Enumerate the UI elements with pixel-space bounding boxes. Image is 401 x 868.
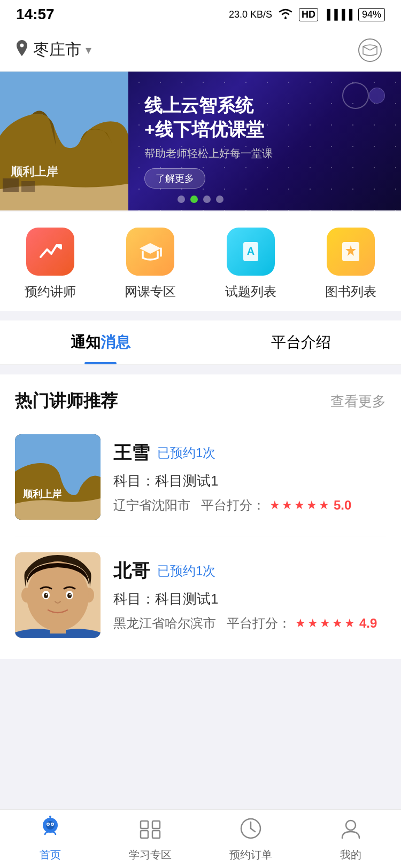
see-more-button[interactable]: 查看更多 — [330, 392, 386, 411]
svg-point-32 — [51, 824, 53, 825]
banner-right: 线上云智系统 +线下培优课堂 帮助老师轻松上好每一堂课 了解更多 — [128, 72, 401, 210]
stars-1: ★ ★ ★ ★ ★ — [269, 498, 329, 512]
section-header: 热门讲师推荐 查看更多 — [0, 374, 401, 418]
online-courses-icon — [126, 228, 174, 276]
top-nav: 枣庄市 ▾ — [0, 29, 401, 72]
message-button[interactable] — [354, 34, 386, 66]
svg-text:A: A — [247, 245, 255, 257]
svg-rect-38 — [152, 831, 160, 838]
dot-2[interactable] — [190, 196, 198, 203]
svg-text:顺利上岸: 顺利上岸 — [22, 489, 61, 499]
svg-line-41 — [251, 828, 255, 832]
menu-item-book-lecturer[interactable]: 预约讲师 — [0, 228, 101, 300]
nav-appointments[interactable]: 预约订单 — [200, 816, 301, 862]
clock-icon — [238, 816, 264, 844]
book-lecturer-icon — [26, 228, 74, 276]
booking-count-2: 已预约1次 — [157, 562, 215, 580]
menu-item-book-list[interactable]: 图书列表 — [301, 228, 402, 300]
dot-3[interactable] — [203, 196, 211, 203]
teacher-location-2: 黑龙江省哈尔滨市 — [113, 615, 216, 632]
menu-item-online-courses[interactable]: 网课专区 — [101, 228, 201, 300]
banner-cta[interactable]: 了解更多 — [144, 168, 205, 189]
banner-subtitle: 帮助老师轻松上好每一堂课 — [144, 146, 273, 161]
svg-text:顺利上岸: 顺利上岸 — [10, 165, 58, 178]
teacher-info-1: 王雪 已预约1次 科目：科目测试1 辽宁省沈阳市 平台打分： ★ ★ ★ ★ — [113, 441, 386, 514]
nav-profile-label: 我的 — [340, 848, 361, 862]
nav-appointments-label: 预约订单 — [229, 848, 272, 862]
book-list-label: 图书列表 — [325, 283, 376, 300]
teacher-subject-2: 科目：科目测试1 — [113, 590, 386, 608]
svg-point-21 — [44, 593, 48, 598]
signal-icon: ▐▐▐▐ — [323, 9, 353, 20]
svg-rect-6 — [21, 181, 35, 192]
status-time: 14:57 — [16, 6, 55, 23]
svg-rect-26 — [36, 634, 79, 638]
dot-1[interactable] — [178, 196, 185, 203]
teacher-location-1: 辽宁省沈阳市 — [113, 497, 190, 514]
svg-rect-35 — [141, 821, 148, 828]
svg-point-42 — [346, 820, 356, 830]
online-courses-label: 网课专区 — [125, 283, 176, 300]
bottom-nav: 首页 学习专区 预约订单 — [0, 809, 401, 868]
tab-platform[interactable]: 平台介绍 — [200, 320, 401, 364]
nav-home[interactable]: 首页 — [0, 816, 101, 862]
home-icon — [37, 816, 63, 844]
booking-count-1: 已预约1次 — [157, 444, 215, 462]
teacher-info-2: 北哥 已预约1次 科目：科目测试1 黑龙江省哈尔滨市 平台打分： ★ ★ ★ ★ — [113, 559, 386, 632]
teacher-card-2[interactable]: 北哥 已预约1次 科目：科目测试1 黑龙江省哈尔滨市 平台打分： ★ ★ ★ ★ — [15, 536, 386, 659]
stars-2: ★ ★ ★ ★ ★ — [295, 616, 355, 630]
book-list-icon — [327, 228, 375, 276]
teacher-subject-1: 科目：科目测试1 — [113, 472, 386, 490]
svg-rect-37 — [141, 831, 148, 838]
nav-learning[interactable]: 学习专区 — [101, 816, 201, 862]
teacher-card-1[interactable]: 顺利上岸 王雪 已预约1次 科目：科目测试1 辽宁省沈阳市 平台打分： ★ — [15, 418, 386, 536]
banner-dots — [178, 196, 223, 203]
data-speed: 23.0 KB/S — [229, 9, 272, 20]
rating-score-1: 5.0 — [334, 498, 351, 513]
wifi-icon — [277, 7, 294, 22]
teacher-avatar-1: 顺利上岸 — [15, 434, 101, 520]
svg-point-31 — [47, 824, 49, 825]
tabs-section: 通知消息 平台介绍 — [0, 320, 401, 365]
svg-rect-36 — [152, 821, 160, 828]
profile-icon — [338, 816, 364, 844]
teacher-avatar-2 — [15, 552, 101, 638]
learning-icon — [137, 816, 163, 844]
exam-list-icon: A — [227, 228, 275, 276]
svg-point-24 — [70, 594, 71, 596]
nav-learning-label: 学习专区 — [129, 848, 172, 862]
menu-item-exam-list[interactable]: A 试题列表 — [200, 228, 301, 300]
svg-point-0 — [284, 17, 287, 19]
teacher-meta-1: 辽宁省沈阳市 平台打分： ★ ★ ★ ★ ★ 5.0 — [113, 497, 386, 514]
banner: 顺利上岸 线上云智系统 +线下培优课堂 帮助老师轻松上好每一堂课 了解更多 — [0, 72, 401, 210]
status-bar: 14:57 23.0 KB/S HD ▐▐▐▐ 94% — [0, 0, 401, 29]
status-icons: 23.0 KB/S HD ▐▐▐▐ 94% — [229, 7, 385, 22]
dot-4[interactable] — [216, 196, 223, 203]
exam-list-label: 试题列表 — [225, 283, 276, 300]
battery-icon: 94% — [358, 8, 385, 21]
nav-home-label: 首页 — [40, 848, 61, 862]
quick-menu: 预约讲师 网课专区 A 试题列表 图书列表 — [0, 212, 401, 311]
tab-notice[interactable]: 通知消息 — [0, 320, 200, 364]
hd-badge: HD — [299, 8, 318, 21]
rating-row-2: 平台打分： ★ ★ ★ ★ ★ 4.9 — [227, 615, 377, 632]
book-lecturer-label: 预约讲师 — [25, 283, 76, 300]
teacher-name-2: 北哥 — [113, 559, 150, 583]
location-pin-icon — [15, 40, 29, 60]
banner-title: 线上云智系统 +线下培优课堂 — [144, 93, 264, 140]
location-button[interactable]: 枣庄市 ▾ — [15, 39, 91, 61]
teacher-meta-2: 黑龙江省哈尔滨市 平台打分： ★ ★ ★ ★ ★ 4.9 — [113, 615, 386, 632]
svg-rect-5 — [3, 178, 19, 192]
rating-row-1: 平台打分： ★ ★ ★ ★ ★ 5.0 — [201, 497, 351, 514]
svg-point-23 — [46, 594, 48, 596]
section-title: 热门讲师推荐 — [15, 389, 118, 413]
dropdown-arrow: ▾ — [86, 43, 91, 57]
svg-point-22 — [67, 593, 72, 598]
teacher-name-1: 王雪 — [113, 441, 150, 465]
nav-profile[interactable]: 我的 — [301, 816, 402, 862]
svg-point-34 — [49, 816, 51, 818]
rating-score-2: 4.9 — [359, 616, 377, 631]
banner-left-image: 顺利上岸 — [0, 72, 128, 210]
city-name: 枣庄市 — [33, 39, 81, 61]
teachers-section: 顺利上岸 王雪 已预约1次 科目：科目测试1 辽宁省沈阳市 平台打分： ★ — [0, 418, 401, 659]
